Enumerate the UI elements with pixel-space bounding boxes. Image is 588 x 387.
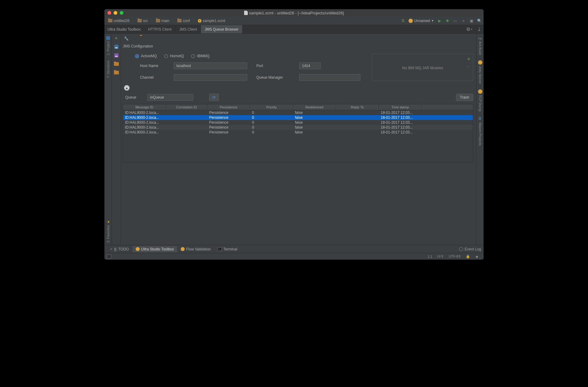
col-corrid[interactable]: Correlation ID — [166, 104, 207, 110]
tab-todo[interactable]: ✓6: TODO — [107, 246, 132, 252]
download-icon[interactable]: ⤓ — [475, 25, 484, 33]
titlebar: sample1.xcml - untitled26 - [~/IdeaProje… — [104, 9, 484, 17]
sidebar-item-jetty[interactable]: Jetty Server — [478, 60, 482, 84]
sidebar-item-maven[interactable]: mMaven Projects — [478, 117, 482, 146]
sidebar-item-structure[interactable]: 7: Structure — [106, 61, 110, 78]
open-icon[interactable] — [140, 36, 145, 41]
wrench-icon[interactable] — [124, 36, 130, 41]
tab-terminal[interactable]: >_Terminal — [214, 246, 240, 252]
run-config-selector[interactable]: Unnamed▼ — [409, 19, 434, 23]
sync-icon[interactable]: ⇅ — [401, 18, 405, 23]
open-folder-button-2[interactable] — [114, 70, 119, 75]
coverage-button[interactable]: ▸▸ — [453, 18, 458, 23]
cell-id: ID:HAL9000-2.loca... — [123, 125, 166, 130]
cell-pers: Persistence — [207, 130, 250, 135]
crumb-conf[interactable]: conf — [175, 18, 192, 24]
open-folder-button[interactable] — [114, 61, 119, 67]
crumb-src[interactable]: src — [136, 18, 150, 24]
table-row[interactable]: ID:HAL9000-2.loca...Persistence0false18-… — [123, 130, 473, 135]
col-redel[interactable]: Redelivered — [293, 104, 336, 110]
col-msgid[interactable]: Message ID — [123, 104, 166, 110]
crumb-root[interactable]: untitled26 — [106, 18, 131, 24]
radio-hornetq[interactable]: HornetQ — [164, 54, 184, 58]
cell-ts: 18-01-2017 12:03... — [379, 130, 422, 135]
channel-input[interactable] — [174, 74, 247, 81]
encoding[interactable]: UTF-8⇕ — [446, 254, 463, 258]
refresh-button[interactable]: ⟳ — [209, 94, 219, 101]
tab-http-client[interactable]: HTTP/S Client — [145, 25, 176, 33]
port-input[interactable] — [299, 62, 321, 69]
cell-reply — [336, 115, 379, 120]
folder-icon — [177, 19, 182, 22]
radio-ibmmq[interactable]: IBMMQ — [191, 54, 209, 58]
save-icon[interactable] — [132, 36, 138, 41]
folder-icon — [156, 19, 160, 22]
crumb-file[interactable]: Isample1.xcml — [196, 18, 227, 24]
cell-reply — [336, 120, 379, 125]
cursor-pos[interactable]: 1:1 — [425, 255, 435, 258]
table-row[interactable]: ID:HAL9000-2.loca...Persistence0false18-… — [123, 115, 473, 120]
cell-id: ID:HAL9000-2.loca... — [123, 115, 166, 120]
sidebar-item-ant[interactable]: 🐜Ant Build — [478, 36, 482, 55]
save-button[interactable] — [114, 44, 119, 50]
tab-ultra-toolbox[interactable]: Ultra Studio Toolbox — [133, 246, 177, 252]
config-icon — [409, 19, 413, 23]
cell-reply — [336, 130, 379, 135]
folder-icon — [138, 19, 142, 22]
col-ts[interactable]: Time stamp — [379, 104, 422, 110]
add-lib-button[interactable]: + — [467, 56, 470, 62]
status-square-icon[interactable] — [107, 254, 111, 259]
queue-input[interactable] — [147, 94, 193, 101]
ide-window: sample1.xcml - untitled26 - [~/IdeaProje… — [104, 9, 484, 260]
right-tool-gutter: 🐜Ant Build Jetty Server TCP Dump mMaven … — [476, 34, 484, 245]
tab-jms-queue-browser[interactable]: JMS Queue Browser — [201, 25, 243, 33]
terminal-icon: >_ — [217, 247, 222, 251]
table-row[interactable]: ID:HAL9000-2.loca...Persistence0false18-… — [123, 110, 473, 115]
table-row[interactable]: ID:HAL9000-2.loca...Persistence0false18-… — [123, 125, 473, 130]
toolbox-icon — [136, 247, 140, 251]
cell-ts: 18-01-2017 12:03... — [379, 115, 422, 120]
tab-jms-client[interactable]: JMS Client — [175, 25, 201, 33]
debug-button[interactable]: ✱ — [445, 18, 450, 23]
panel-toolbar — [123, 35, 473, 41]
cell-redel: false — [293, 120, 336, 125]
sidebar-item-favorites[interactable]: 2: Favorites★ — [106, 220, 110, 242]
collapse-button[interactable]: ▲ — [124, 85, 130, 91]
message-table[interactable]: Message ID Correlation ID Persistence Pr… — [123, 104, 473, 163]
col-prio[interactable]: Priority — [250, 104, 293, 110]
save-button-2[interactable] — [114, 53, 119, 58]
radio-activemq[interactable]: ActiveMQ — [135, 54, 157, 58]
tab-flow-validation[interactable]: Flow Validation — [178, 246, 214, 252]
cell-redel: false — [293, 110, 336, 115]
col-reply[interactable]: Reply To — [336, 104, 379, 110]
search-icon[interactable]: 🔍 — [477, 18, 482, 23]
run-button[interactable]: ▶ — [437, 18, 442, 23]
table-row[interactable]: ID:HAL9000-2.loca...Persistence0false18-… — [123, 120, 473, 125]
inspector-icon[interactable]: ☻ — [473, 255, 481, 258]
sidebar-item-tcp[interactable]: TCP Dump — [478, 89, 482, 111]
channel-label: Channel — [140, 75, 164, 80]
cell-ts: 18-01-2017 12:03... — [379, 125, 422, 130]
cell-corr — [166, 125, 207, 130]
folder-icon — [108, 19, 112, 22]
event-log-button[interactable]: Event Log — [459, 247, 481, 251]
status-bar: 1:1 LF⇕ UTF-8⇕ 🔒 ☻ — [104, 253, 484, 260]
remove-lib-button[interactable]: − — [466, 63, 470, 70]
trash-button[interactable]: Trash — [456, 94, 473, 101]
lock-icon[interactable]: 🔒 — [463, 254, 473, 258]
settings-icon[interactable]: ⚙▾ — [464, 25, 475, 33]
title-text: sample1.xcml - untitled26 - [~/IdeaProje… — [249, 11, 344, 15]
nav-actions: ⇅ Unnamed▼ ▶ ✱ ▸▸ ■ ▣ 🔍 — [401, 18, 482, 23]
cell-prio: 0 — [250, 115, 293, 120]
col-pers[interactable]: Persistence — [207, 104, 250, 110]
host-input[interactable] — [174, 62, 247, 69]
layout-icon[interactable]: ▣ — [469, 18, 474, 23]
qm-input[interactable] — [299, 74, 360, 81]
breadcrumb: untitled26〉 src〉 main〉 conf〉 Isample1.xc… — [106, 18, 401, 24]
config-form: Host Name Port Channel Queue Manager — [123, 62, 368, 81]
add-button[interactable]: + — [114, 36, 119, 41]
crumb-main[interactable]: main — [154, 18, 171, 24]
sidebar-item-project[interactable]: 1: Project — [106, 36, 110, 55]
cell-redel: false — [293, 115, 336, 120]
line-sep[interactable]: LF⇕ — [435, 254, 446, 258]
